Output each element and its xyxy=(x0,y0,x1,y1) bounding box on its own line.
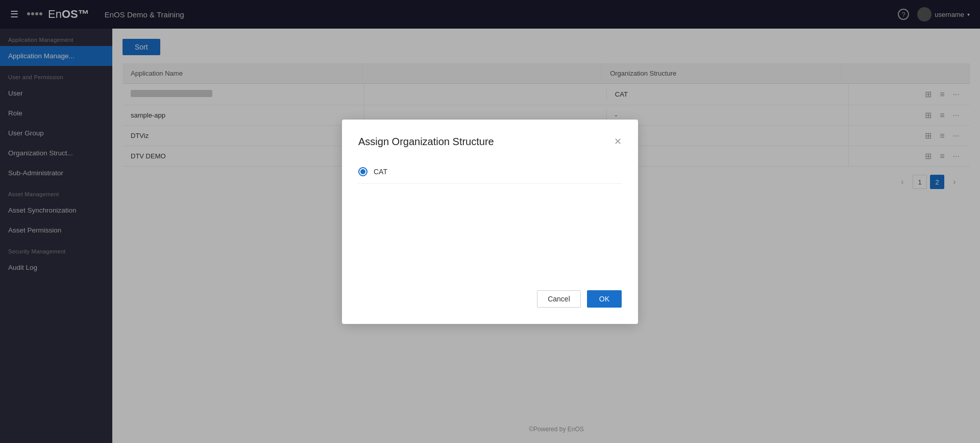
modal-header: Assign Organization Structure ✕ xyxy=(358,136,622,148)
ok-button[interactable]: OK xyxy=(587,290,622,308)
radio-cat[interactable] xyxy=(358,167,368,176)
modal-title: Assign Organization Structure xyxy=(358,136,494,148)
modal-body: CAT xyxy=(358,160,622,274)
modal-assign-org: Assign Organization Structure ✕ CAT Canc… xyxy=(342,120,638,324)
modal-footer: Cancel OK xyxy=(358,290,622,308)
modal-overlay[interactable]: Assign Organization Structure ✕ CAT Canc… xyxy=(0,0,980,443)
modal-option-cat-label: CAT xyxy=(374,168,387,176)
cancel-button[interactable]: Cancel xyxy=(537,290,581,308)
modal-close-button[interactable]: ✕ xyxy=(614,137,622,146)
modal-option-cat[interactable]: CAT xyxy=(358,160,622,184)
